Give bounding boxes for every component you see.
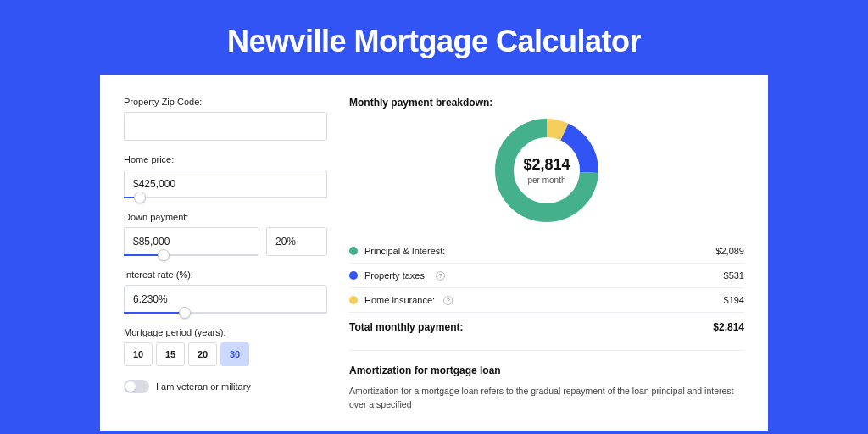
home-price-field: Home price: <box>124 154 327 198</box>
legend-value: $194 <box>724 295 744 305</box>
legend-value: $2,089 <box>715 246 744 256</box>
slider-thumb[interactable] <box>179 307 191 319</box>
info-icon[interactable]: ? <box>443 296 453 305</box>
legend-value: $531 <box>724 270 744 281</box>
down-payment-field: Down payment: <box>124 212 327 256</box>
interest-rate-field: Interest rate (%): <box>124 270 327 314</box>
down-payment-percent-input[interactable] <box>266 227 327 256</box>
legend-dot <box>349 271 358 280</box>
form-panel: Property Zip Code: Home price: Down paym… <box>124 97 327 431</box>
breakdown-panel: Monthly payment breakdown: $2,814 per mo… <box>349 97 744 431</box>
zip-field: Property Zip Code: <box>124 97 327 141</box>
down-payment-slider[interactable] <box>124 254 258 256</box>
zip-input[interactable] <box>124 112 327 141</box>
veteran-label: I am veteran or military <box>156 381 251 392</box>
amortization-title: Amortization for mortgage loan <box>349 364 744 376</box>
period-button-10[interactable]: 10 <box>124 342 153 366</box>
page-title: Newville Mortgage Calculator <box>0 0 868 75</box>
legend-row: Home insurance:?$194 <box>349 288 744 312</box>
legend-row: Principal & Interest:$2,089 <box>349 239 744 263</box>
mortgage-period-field: Mortgage period (years): 10152030 <box>124 327 327 366</box>
calculator-card: Property Zip Code: Home price: Down paym… <box>100 75 768 431</box>
home-price-input[interactable] <box>124 170 327 198</box>
legend-label: Principal & Interest: <box>364 246 445 256</box>
slider-thumb[interactable] <box>158 249 170 261</box>
period-button-20[interactable]: 20 <box>188 342 217 366</box>
period-button-15[interactable]: 15 <box>156 342 185 366</box>
donut-center-sub: per month <box>527 175 565 185</box>
legend-label: Home insurance: <box>364 295 435 305</box>
home-price-label: Home price: <box>124 154 327 164</box>
legend-dot <box>349 247 358 255</box>
interest-rate-input[interactable] <box>124 285 327 314</box>
total-label: Total monthly payment: <box>349 321 463 333</box>
down-payment-label: Down payment: <box>124 212 327 222</box>
breakdown-heading: Monthly payment breakdown: <box>349 97 744 108</box>
total-value: $2,814 <box>713 321 744 333</box>
breakdown-donut-chart: $2,814 per month <box>493 117 600 224</box>
veteran-toggle[interactable] <box>124 380 149 393</box>
legend-label: Property taxes: <box>364 270 427 281</box>
amortization-text: Amortization for a mortgage loan refers … <box>349 385 744 412</box>
slider-thumb[interactable] <box>134 192 146 203</box>
down-payment-amount-input[interactable] <box>124 227 259 256</box>
amortization-section: Amortization for mortgage loan Amortizat… <box>349 350 744 412</box>
zip-label: Property Zip Code: <box>124 97 327 107</box>
legend-row: Property taxes:?$531 <box>349 264 744 287</box>
legend-dot <box>349 296 358 304</box>
interest-rate-label: Interest rate (%): <box>124 270 327 280</box>
mortgage-period-label: Mortgage period (years): <box>124 327 327 337</box>
total-row: Total monthly payment: $2,814 <box>349 313 744 345</box>
period-button-30[interactable]: 30 <box>220 342 249 366</box>
home-price-slider[interactable] <box>124 197 327 198</box>
info-icon[interactable]: ? <box>436 271 445 281</box>
donut-center-value: $2,814 <box>523 156 570 174</box>
interest-rate-slider[interactable] <box>124 312 327 314</box>
